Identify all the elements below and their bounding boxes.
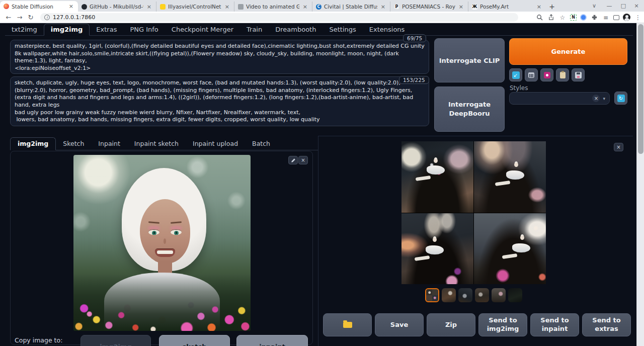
- tab-list-icon[interactable]: ≡: [602, 14, 610, 22]
- gallery-close-button[interactable]: ×: [614, 143, 623, 151]
- window-close-button[interactable]: ×: [630, 0, 643, 12]
- send-to-extras-button[interactable]: Send to extras: [582, 313, 631, 336]
- share-icon[interactable]: [547, 14, 555, 22]
- remove-image-button[interactable]: ×: [298, 156, 308, 164]
- profile-avatar[interactable]: [623, 14, 630, 21]
- extra-networks-button[interactable]: [540, 68, 553, 81]
- tab-mode-batch[interactable]: Batch: [245, 138, 277, 150]
- browser-tab-controlnet[interactable]: Illyasviel/ControlNet at main ×: [156, 2, 234, 12]
- browser-tab-gif-converter[interactable]: Video to animated GIF converter ×: [234, 2, 312, 12]
- browser-tab-posemaniacs[interactable]: P POSEMANIACS - Royalty free 3 ×: [390, 2, 468, 12]
- gallery-thumbnail-5[interactable]: [492, 288, 506, 302]
- tab-png-info[interactable]: PNG Info: [123, 24, 165, 35]
- window-maximize-button[interactable]: □: [617, 0, 630, 12]
- open-folder-button[interactable]: [323, 313, 372, 336]
- clear-prompt-button[interactable]: [525, 68, 538, 81]
- stable-diffusion-favicon: [4, 4, 9, 9]
- tab-close-icon[interactable]: ×: [224, 4, 230, 10]
- clipboard-icon: [560, 72, 566, 78]
- tab-mode-inpaint[interactable]: Inpaint: [91, 138, 127, 150]
- menu-dots-icon[interactable]: ⋮: [634, 14, 642, 22]
- generate-button[interactable]: Generate: [509, 38, 627, 65]
- browser-tab-github[interactable]: GitHub - Mikubill/sd-webui-con ×: [78, 2, 156, 12]
- tab-close-icon[interactable]: ×: [146, 4, 152, 10]
- apply-styles-button[interactable]: [556, 68, 569, 81]
- browser-tab-posemyart[interactable]: Ж PoseMy.Art ×: [468, 2, 546, 12]
- back-icon[interactable]: ←: [3, 14, 14, 21]
- bookmark-star-icon[interactable]: ☆: [558, 14, 567, 22]
- tab-mode-img2img[interactable]: img2img: [10, 137, 56, 150]
- send-to-inpaint-button[interactable]: Send to inpaint: [530, 313, 579, 336]
- window-menu-icon[interactable]: ∨: [588, 0, 601, 12]
- posemyart-favicon: Ж: [472, 4, 477, 10]
- scrollbar-thumb[interactable]: [638, 24, 643, 154]
- tab-settings[interactable]: Settings: [323, 24, 362, 35]
- interrogate-clip-button[interactable]: Interrogate CLIP: [434, 38, 505, 82]
- browser-tab-stable-diffusion[interactable]: Stable Diffusion ×: [0, 1, 78, 12]
- source-image[interactable]: [73, 155, 251, 331]
- extensions-puzzle-icon[interactable]: [590, 14, 598, 22]
- read-params-button[interactable]: ↙: [509, 68, 522, 81]
- browser-tab-strip: Stable Diffusion × GitHub - Mikubill/sd-…: [0, 0, 644, 12]
- forward-icon[interactable]: →: [14, 14, 25, 21]
- tab-img2img[interactable]: img2img: [44, 24, 90, 36]
- gallery-thumbnail-6[interactable]: [508, 288, 522, 302]
- styles-label: Styles: [510, 84, 528, 92]
- browser-tab-title: GitHub - Mikubill/sd-webui-con: [90, 4, 143, 10]
- gallery-thumbnail-2[interactable]: [442, 288, 456, 302]
- tab-extras[interactable]: Extras: [90, 24, 123, 35]
- copy-to-sketch-button[interactable]: sketch: [159, 335, 230, 346]
- side-panel-icon[interactable]: [613, 15, 619, 20]
- save-button[interactable]: Save: [375, 313, 424, 336]
- source-image-detail: [148, 229, 159, 235]
- tab-close-icon[interactable]: ×: [302, 4, 308, 10]
- negative-prompt-input[interactable]: sketch, duplicate, ugly, huge eyes, text…: [10, 76, 429, 126]
- address-bar[interactable]: i 127.0.0.1:7860: [40, 13, 518, 22]
- new-tab-button[interactable]: +: [546, 2, 558, 12]
- tab-train[interactable]: Train: [240, 24, 269, 35]
- gallery-thumbnail-3[interactable]: [458, 288, 472, 302]
- interrogate-deepbooru-button[interactable]: Interrogate DeepBooru: [434, 86, 505, 132]
- browser-tab-title: Illyasviel/ControlNet at main: [168, 4, 221, 10]
- tab-mode-inpaint-sketch[interactable]: Inpaint sketch: [127, 138, 186, 150]
- gallery-thumbnail-4[interactable]: [475, 288, 489, 302]
- tab-extensions[interactable]: Extensions: [363, 24, 412, 35]
- styles-dropdown[interactable]: × ▾: [509, 92, 610, 105]
- save-style-button[interactable]: [572, 68, 585, 81]
- tab-txt2img[interactable]: txt2img: [5, 24, 44, 35]
- zip-button[interactable]: Zip: [427, 313, 475, 336]
- tab-mode-inpaint-upload[interactable]: Inpaint upload: [186, 138, 245, 150]
- site-info-icon[interactable]: i: [44, 15, 50, 20]
- gallery-image-3[interactable]: [401, 213, 473, 285]
- tab-close-icon[interactable]: ×: [536, 4, 542, 10]
- tab-close-icon[interactable]: ×: [458, 4, 464, 10]
- paste-arrow-icon: ↙: [512, 71, 520, 79]
- tab-mode-sketch[interactable]: Sketch: [56, 138, 91, 150]
- gallery-grid[interactable]: [401, 141, 546, 284]
- copy-image-row: Copy image to: img2img sketch inpaint: [0, 334, 318, 346]
- edit-image-button[interactable]: [288, 156, 298, 164]
- tab-dreambooth[interactable]: Dreambooth: [269, 24, 323, 35]
- extension-n-icon[interactable]: N: [570, 14, 577, 21]
- copy-to-inpaint-button[interactable]: inpaint: [236, 335, 308, 346]
- webui-page: txt2img img2img Extras PNG Info Checkpoi…: [0, 23, 644, 346]
- tab-close-icon[interactable]: ×: [380, 4, 386, 10]
- extension-blue-icon[interactable]: [580, 14, 587, 21]
- tab-close-icon[interactable]: ×: [68, 3, 74, 10]
- clear-styles-icon[interactable]: ×: [592, 95, 600, 102]
- gallery-image-detail: [415, 255, 430, 261]
- page-scrollbar[interactable]: [636, 23, 644, 346]
- send-to-img2img-button[interactable]: Send to img2img: [478, 313, 527, 336]
- window-minimize-button[interactable]: —: [603, 0, 616, 12]
- source-image-detail: [155, 248, 175, 257]
- reload-icon[interactable]: ↻: [25, 14, 36, 21]
- tab-checkpoint-merger[interactable]: Checkpoint Merger: [165, 24, 240, 35]
- zoom-icon[interactable]: [535, 14, 543, 22]
- browser-tab-civitai[interactable]: C Civitai | Stable Diffusion model ×: [312, 2, 390, 12]
- refresh-styles-button[interactable]: ↻: [614, 92, 627, 105]
- gallery-image-4[interactable]: [474, 213, 546, 285]
- gallery-image-1[interactable]: [401, 141, 473, 213]
- gallery-image-2[interactable]: [474, 141, 546, 213]
- gallery-thumbnail-1[interactable]: [425, 288, 439, 302]
- prompt-input[interactable]: masterpiece, best quality, 1girl, (color…: [10, 40, 429, 74]
